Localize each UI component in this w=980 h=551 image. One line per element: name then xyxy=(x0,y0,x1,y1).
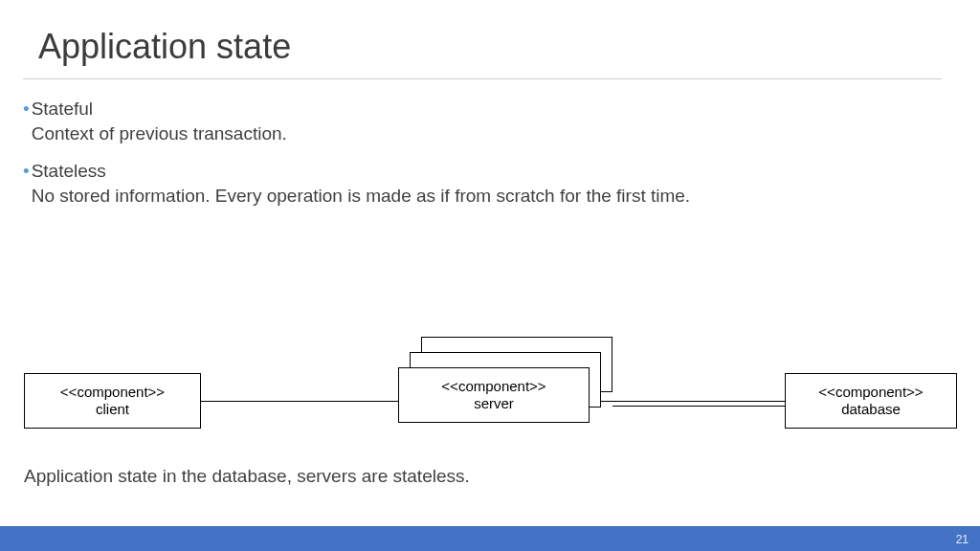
bullet-head: Stateless xyxy=(32,161,106,181)
component-label: database xyxy=(786,401,956,418)
connector-client-server xyxy=(201,401,398,402)
stereotype-label: <<component>> xyxy=(399,378,589,395)
page-number: 21 xyxy=(956,533,969,546)
connector-server-database xyxy=(590,401,785,402)
bullet-body: No stored information. Every operation i… xyxy=(32,186,690,206)
bullet-item: • Stateful Context of previous transacti… xyxy=(23,97,942,145)
connector-server-database-secondary xyxy=(612,406,785,407)
bullet-marker-icon: • xyxy=(23,97,32,121)
diagram-caption: Application state in the database, serve… xyxy=(24,466,470,487)
stereotype-label: <<component>> xyxy=(786,384,956,401)
bullet-head: Stateful xyxy=(32,99,93,119)
footer-bar: 21 xyxy=(0,526,980,551)
component-label: client xyxy=(25,401,200,418)
component-label: server xyxy=(399,395,589,412)
bullet-marker-icon: • xyxy=(23,159,32,184)
bullet-item: • Stateless No stored information. Every… xyxy=(23,159,942,208)
bullet-list: • Stateful Context of previous transacti… xyxy=(0,79,980,209)
bullet-body: Context of previous transaction. xyxy=(32,123,287,143)
component-server: <<component>> server xyxy=(398,367,590,423)
component-diagram: <<component>> client <<component>> serve… xyxy=(0,335,980,459)
component-database: <<component>> database xyxy=(785,373,957,429)
slide-title: Application state xyxy=(0,0,980,77)
component-client: <<component>> client xyxy=(24,373,201,429)
stereotype-label: <<component>> xyxy=(25,384,200,401)
